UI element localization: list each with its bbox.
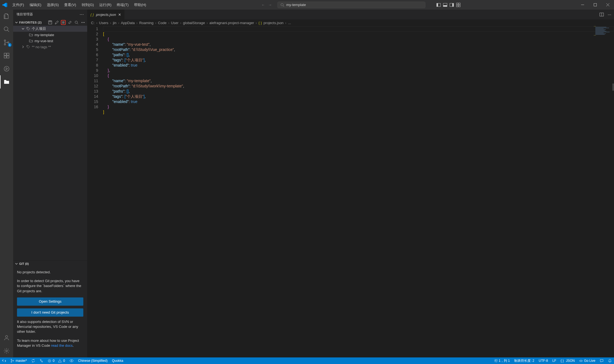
- menu-select[interactable]: 选择(S): [44, 0, 61, 10]
- activity-settings-icon[interactable]: [0, 344, 13, 357]
- filter-by-tag-icon[interactable]: [61, 20, 66, 25]
- crumb[interactable]: User: [171, 21, 178, 25]
- toggle-secondary-sidebar-icon[interactable]: [450, 3, 454, 7]
- minimap[interactable]: [594, 26, 610, 37]
- breadcrumb[interactable]: C:› Users› jin› AppData› Roaming› Code› …: [87, 19, 614, 26]
- code-editor[interactable]: 12345678910111213141516 [ { "name": "my-…: [87, 26, 614, 357]
- tree-group-label: 个人项目: [32, 26, 46, 31]
- svg-point-18: [4, 40, 6, 41]
- status-quokka[interactable]: Quokka: [110, 359, 125, 363]
- status-go-live[interactable]: Go Live: [577, 359, 598, 363]
- tree-item-my-vue-test[interactable]: my-vue-test: [13, 38, 87, 44]
- status-tab-size[interactable]: 制表符长度: 2: [512, 359, 536, 363]
- crumb-tail[interactable]: ...: [288, 21, 291, 25]
- tree-item-my-template[interactable]: my-template: [13, 32, 87, 38]
- nav-back-icon[interactable]: ←: [261, 3, 265, 7]
- activity-quokka-icon[interactable]: [0, 62, 13, 75]
- status-problems[interactable]: 0 0: [46, 359, 67, 363]
- favorites-label: FAVORITES (2): [19, 21, 42, 24]
- section-more-icon[interactable]: ⋯: [81, 20, 86, 25]
- crumb[interactable]: Roaming: [139, 21, 154, 25]
- status-feedback-icon[interactable]: [598, 359, 606, 363]
- activity-project-manager-icon[interactable]: [0, 75, 13, 88]
- svg-rect-29: [49, 21, 51, 22]
- command-center-search[interactable]: my-template: [277, 2, 425, 8]
- search-projects-icon[interactable]: [74, 20, 79, 25]
- status-branch[interactable]: master*: [8, 359, 29, 363]
- sidebar-more-icon[interactable]: ⋯: [79, 12, 84, 17]
- code-text[interactable]: [ { "name": "my-vue-test", "rootPath": "…: [103, 26, 614, 357]
- title-bar: 文件(F) 编辑(E) 选择(S) 查看(V) 转到(G) 运行(R) 终端(T…: [0, 0, 614, 10]
- status-remote-icon[interactable]: [0, 359, 8, 363]
- svg-point-42: [40, 359, 41, 360]
- status-language[interactable]: Chinese (Simplified): [76, 359, 110, 363]
- status-link-icon[interactable]: [37, 359, 46, 363]
- nav-forward-icon[interactable]: →: [268, 3, 272, 7]
- activity-search-icon[interactable]: [0, 23, 13, 36]
- edit-project-icon[interactable]: [54, 20, 59, 25]
- svg-point-41: [13, 360, 14, 361]
- svg-point-39: [11, 359, 12, 360]
- tree-group-personal[interactable]: 个人项目: [13, 26, 87, 32]
- crumb[interactable]: globalStorage: [183, 21, 205, 25]
- menu-terminal[interactable]: 终端(T): [114, 0, 131, 10]
- svg-rect-9: [459, 3, 460, 5]
- menu-file[interactable]: 文件(F): [10, 0, 27, 10]
- tab-projects-json[interactable]: { } projects.json ✕: [87, 10, 125, 19]
- menu-run[interactable]: 运行(R): [96, 0, 114, 10]
- status-cursor[interactable]: 行 1，列 1: [492, 359, 512, 363]
- folder-icon: [29, 39, 33, 43]
- svg-rect-7: [452, 3, 454, 7]
- git-section-header[interactable]: GIT (0): [13, 260, 87, 267]
- editor-scrollbar[interactable]: [610, 26, 614, 357]
- crumb[interactable]: Code: [158, 21, 166, 25]
- menu-go[interactable]: 转到(G): [79, 0, 97, 10]
- favorites-section-header[interactable]: FAVORITES (2) ⋯: [13, 19, 87, 26]
- window-minimize-icon[interactable]: [576, 0, 589, 10]
- read-docs-link[interactable]: read the docs: [51, 343, 73, 348]
- crumb[interactable]: jin: [113, 21, 116, 25]
- overview-ruler-mark: [612, 84, 614, 91]
- git-no-projects: No projects detected.: [17, 270, 83, 275]
- tab-close-icon[interactable]: ✕: [118, 13, 121, 17]
- svg-point-26: [5, 336, 8, 338]
- favorites-tree: 个人项目 my-template my-vue-test ** no tags …: [13, 26, 87, 50]
- tab-bar: { } projects.json ✕ ⋯: [87, 10, 614, 19]
- scm-badge: 1: [8, 43, 12, 47]
- window-maximize-icon[interactable]: [589, 0, 601, 10]
- crumb[interactable]: alefragnani.project-manager: [209, 21, 254, 25]
- sidebar-title-text: 项目管理器: [16, 12, 33, 17]
- brush-icon[interactable]: [67, 20, 72, 25]
- svg-rect-5: [443, 5, 447, 7]
- crumb[interactable]: AppData: [121, 21, 135, 25]
- dont-need-git-button[interactable]: I don't need Git projects: [17, 308, 83, 317]
- window-close-icon[interactable]: [601, 0, 614, 10]
- toggle-panel-icon[interactable]: [443, 3, 447, 7]
- save-project-icon[interactable]: [48, 20, 53, 25]
- menu-help[interactable]: 帮助(H): [131, 0, 149, 10]
- activity-source-control-icon[interactable]: 1: [0, 36, 13, 49]
- open-settings-button[interactable]: Open Settings: [17, 297, 83, 306]
- status-eol[interactable]: LF: [550, 359, 558, 363]
- svg-point-47: [71, 360, 72, 361]
- status-preview-icon[interactable]: [67, 359, 76, 363]
- activity-bar: 1: [0, 10, 13, 357]
- status-sync-icon[interactable]: [29, 359, 37, 363]
- editor-more-icon[interactable]: ⋯: [608, 13, 611, 17]
- status-encoding[interactable]: UTF-8: [536, 359, 550, 363]
- split-editor-icon[interactable]: [599, 12, 604, 17]
- crumb-file[interactable]: projects.json: [263, 21, 283, 25]
- customize-layout-icon[interactable]: [456, 3, 461, 7]
- crumb[interactable]: Users: [99, 21, 108, 25]
- menu-view[interactable]: 查看(V): [61, 0, 79, 10]
- status-file-type[interactable]: { }JSON: [558, 359, 577, 363]
- tag-icon: [26, 27, 30, 31]
- tree-group-no-tags[interactable]: ** no tags **: [13, 44, 87, 50]
- activity-extensions-icon[interactable]: [0, 49, 13, 62]
- activity-account-icon[interactable]: [0, 331, 13, 344]
- activity-explorer-icon[interactable]: [0, 10, 13, 23]
- crumb[interactable]: C:: [91, 21, 95, 25]
- status-bell-icon[interactable]: [606, 359, 614, 363]
- toggle-primary-sidebar-icon[interactable]: [436, 3, 441, 7]
- menu-edit[interactable]: 编辑(E): [27, 0, 44, 10]
